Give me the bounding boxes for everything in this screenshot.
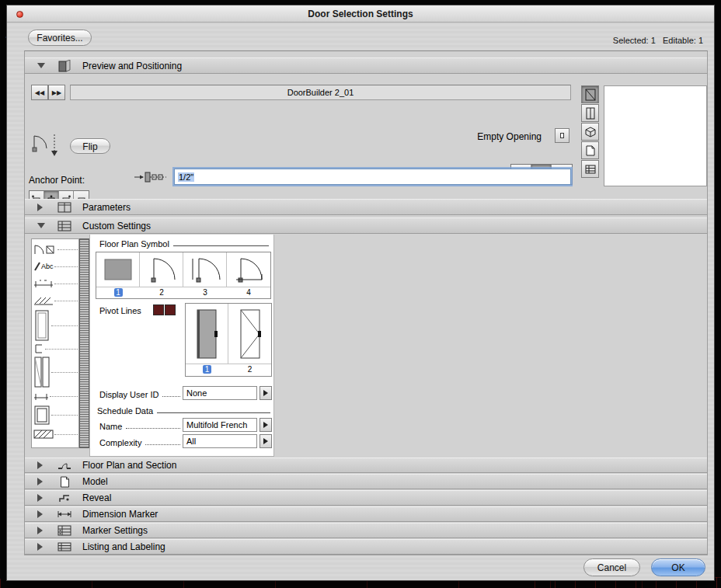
tree-item[interactable]: [33, 356, 78, 388]
panel-option-2[interactable]: [228, 304, 271, 364]
section-header-custom-settings[interactable]: Custom Settings: [25, 217, 707, 234]
tree-item[interactable]: [33, 426, 78, 443]
door-name-field[interactable]: DoorBuilder 2_01: [70, 85, 571, 100]
tree-item[interactable]: [33, 404, 78, 426]
schedule-data-row: Schedule Data: [97, 406, 270, 416]
tree-item[interactable]: [33, 388, 78, 404]
popup-arrow-icon: [263, 390, 268, 396]
complexity-row: Complexity: [99, 438, 180, 447]
display-user-id-popup-button[interactable]: [259, 386, 272, 400]
tree-item[interactable]: Abc: [33, 258, 78, 275]
tree-item[interactable]: [33, 292, 78, 309]
list-view-button[interactable]: [581, 160, 599, 178]
floor-plan-symbol-label: Floor Plan Symbol: [99, 239, 169, 249]
model-3d-view-button[interactable]: [581, 123, 599, 141]
custom-settings-body: Abc: [25, 235, 707, 457]
pivot-color-swatch-1[interactable]: [153, 304, 164, 315]
popup-arrow-icon: [263, 422, 268, 428]
floor-plan-option-3[interactable]: [183, 252, 227, 287]
panel-style-selector: 1 2: [185, 303, 272, 377]
door-3d-icon: [54, 60, 75, 72]
notes-view-button[interactable]: [581, 141, 599, 159]
panel-option-number: 1: [186, 364, 228, 374]
section-header-dimension-marker[interactable]: Dimension Marker: [25, 506, 707, 522]
pivot-lines-label: Pivot Lines: [99, 306, 141, 315]
display-user-id-row: Display User ID: [99, 390, 180, 399]
floor-plan-option-number: 3: [183, 287, 227, 297]
anchor-point-label: Anchor Point:: [29, 175, 85, 186]
floor-plan-symbol-selector: 1 2 3 4: [96, 252, 271, 299]
disclosure-closed-icon: [37, 510, 43, 518]
section-label: Custom Settings: [82, 221, 151, 231]
section-label: Marker Settings: [82, 525, 148, 536]
panel-view-button[interactable]: [581, 104, 599, 122]
pivot-color-swatch-2[interactable]: [165, 304, 176, 315]
panel-option-1[interactable]: [186, 304, 228, 364]
complexity-label: Complexity: [99, 438, 141, 447]
section-header-reveal[interactable]: Reveal: [25, 490, 707, 506]
leaf-dimension-icon: [134, 170, 168, 184]
dialog-titlebar[interactable]: Door Selection Settings: [7, 5, 714, 23]
section-label: Model: [82, 476, 108, 487]
preview-positioning-body: ◀◀ ▶▶ DoorBuilder 2_01 Flip Empty Openin…: [25, 74, 707, 198]
floor-plan-option-4[interactable]: [227, 252, 270, 287]
settings-sections-frame: Preview and Positioning ◀◀ ▶▶ DoorBuilde…: [24, 50, 708, 555]
door-preview-pane: [604, 85, 707, 186]
dimension-input[interactable]: 1/2": [174, 169, 571, 185]
disclosure-closed-icon: [37, 478, 43, 485]
next-door-button[interactable]: ▶▶: [48, 85, 65, 100]
section-header-floor-plan-and-section[interactable]: Floor Plan and Section: [25, 458, 707, 473]
section-label: Floor Plan and Section: [82, 460, 176, 471]
display-user-id-dropdown[interactable]: None: [183, 386, 257, 400]
section-label: Parameters: [82, 202, 131, 213]
marker-settings-grid-icon: [54, 525, 75, 536]
disclosure-open-icon: [37, 223, 45, 228]
previous-door-button[interactable]: ◀◀: [31, 85, 48, 100]
empty-opening-checkbox[interactable]: [555, 128, 569, 143]
prev-arrows-icon: ◀◀: [35, 89, 44, 96]
tree-item[interactable]: [33, 241, 78, 258]
complexity-dropdown[interactable]: All: [183, 434, 257, 448]
name-row: Name: [99, 422, 180, 431]
floor-plan-symbol-row: Floor Plan Symbol: [99, 239, 269, 249]
elevation-view-button[interactable]: [581, 85, 599, 103]
section-header-listing-and-labeling[interactable]: Listing and Labeling: [25, 539, 707, 555]
popup-arrow-icon: [263, 438, 268, 444]
flip-door-icon: [31, 133, 65, 158]
empty-opening-label: Empty Opening: [398, 131, 542, 142]
dialog-title: Door Selection Settings: [308, 9, 413, 19]
display-user-id-label: Display User ID: [99, 390, 158, 399]
section-label: Dimension Marker: [82, 509, 158, 520]
floor-plan-option-number: 2: [140, 287, 183, 297]
section-header-model[interactable]: Model: [25, 474, 707, 489]
floor-plan-option-2[interactable]: [140, 252, 183, 287]
cancel-button[interactable]: Cancel: [583, 558, 640, 576]
tree-scrollbar[interactable]: [79, 238, 89, 448]
disclosure-closed-icon: [37, 204, 43, 211]
complexity-popup-button[interactable]: [259, 434, 272, 448]
ok-button[interactable]: OK: [651, 558, 705, 576]
floor-plan-option-number: 1: [96, 287, 140, 297]
section-header-preview-positioning[interactable]: Preview and Positioning: [25, 57, 707, 74]
next-arrows-icon: ▶▶: [52, 89, 61, 96]
tree-item[interactable]: [33, 342, 78, 356]
disclosure-closed-icon: [37, 543, 43, 551]
close-button[interactable]: [16, 11, 23, 18]
schedule-data-label: Schedule Data: [97, 406, 153, 416]
favorites-button[interactable]: Favorites...: [28, 30, 92, 46]
tree-item[interactable]: [33, 275, 78, 292]
abc-text-icon: Abc: [41, 263, 54, 270]
section-header-marker-settings[interactable]: Marker Settings: [25, 523, 707, 538]
floor-plan-option-number: 4: [227, 287, 270, 297]
panel-option-number: 2: [228, 364, 271, 374]
pivot-lines-row: Pivot Lines: [99, 306, 149, 315]
floor-plan-option-1[interactable]: [96, 252, 140, 287]
name-popup-button[interactable]: [259, 418, 272, 432]
door-selection-settings-dialog: Door Selection Settings Favorites... Sel…: [6, 5, 715, 581]
section-header-parameters[interactable]: Parameters: [25, 199, 707, 215]
tree-item[interactable]: [33, 309, 78, 342]
flip-button[interactable]: Flip: [70, 138, 110, 154]
disclosure-closed-icon: [37, 494, 43, 502]
name-dropdown[interactable]: Multifold French: [183, 418, 257, 432]
model-page-icon: [54, 476, 75, 488]
